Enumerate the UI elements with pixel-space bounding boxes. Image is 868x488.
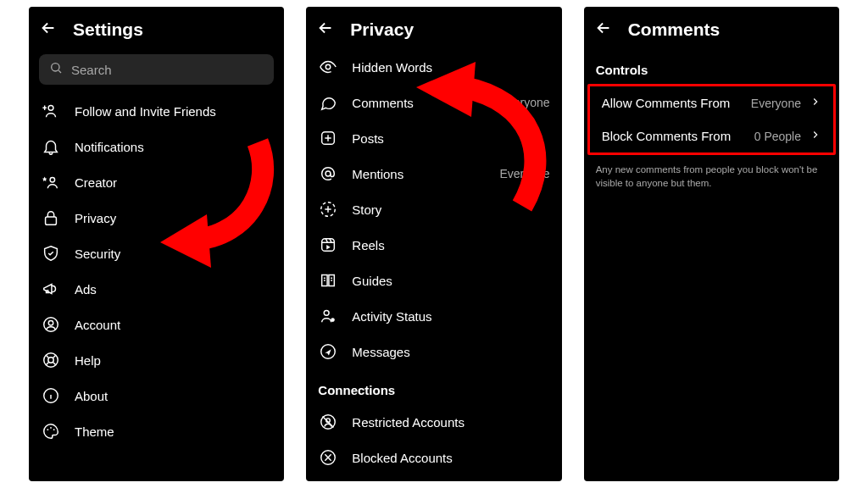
list-item-label: Ads (75, 282, 272, 297)
eye-icon (318, 57, 338, 77)
settings-list: Follow and Invite Friends Notifications … (29, 93, 284, 449)
chevron-right-icon (810, 96, 821, 110)
list-item-about[interactable]: About (29, 378, 284, 413)
list-item-value: Everyone (500, 96, 550, 109)
svg-point-1 (48, 105, 53, 110)
svg-point-5 (48, 320, 53, 325)
list-item-notifications[interactable]: Notifications (29, 129, 284, 164)
list-item-reels[interactable]: Reels (306, 227, 561, 263)
list-item-creator[interactable]: Creator (29, 164, 284, 200)
at-icon (318, 164, 338, 184)
search-icon (49, 61, 63, 78)
svg-point-7 (48, 358, 53, 363)
blocked-icon (318, 447, 338, 468)
row-value: Everyone (751, 97, 801, 110)
header: Comments (584, 7, 839, 49)
list-item-label: Messages (352, 345, 549, 359)
list-item-label: Help (75, 353, 272, 368)
header: Settings (29, 7, 284, 49)
svg-point-17 (325, 310, 330, 315)
list-item-hidden-words[interactable]: Hidden Words (306, 49, 561, 85)
row-label: Block Comments From (602, 129, 746, 143)
section-title-controls: Controls (584, 49, 839, 84)
list-item-label: Security (75, 247, 272, 261)
svg-rect-3 (46, 217, 57, 225)
restricted-icon (318, 412, 338, 432)
row-block-comments[interactable]: Block Comments From 0 People (590, 119, 833, 152)
list-item-comments[interactable]: Comments Everyone (306, 85, 561, 120)
account-icon (41, 314, 61, 335)
star-person-icon (41, 172, 61, 192)
list-item-label: Reels (352, 238, 549, 252)
page-title: Privacy (350, 19, 414, 40)
info-icon (41, 385, 61, 406)
connections-list: Restricted Accounts Blocked Accounts Mut… (306, 404, 561, 481)
plus-icon (318, 128, 338, 148)
list-item-messages[interactable]: Messages (306, 334, 561, 369)
help-icon (41, 350, 61, 370)
story-icon (318, 199, 338, 219)
list-item-story[interactable]: Story (306, 191, 561, 227)
list-item-theme[interactable]: Theme (29, 413, 284, 449)
search-field[interactable] (71, 63, 264, 77)
list-item-posts[interactable]: Posts (306, 120, 561, 156)
bell-icon (41, 136, 61, 157)
list-item-label: Guides (352, 274, 549, 288)
list-item-label: Privacy (75, 211, 272, 225)
list-item-activity-status[interactable]: Activity Status (306, 298, 561, 334)
list-item-label: Activity Status (352, 309, 549, 324)
reels-icon (318, 235, 338, 255)
back-icon[interactable] (39, 19, 58, 41)
list-item-label: Account (75, 318, 272, 332)
settings-screen: Settings Follow and Invite Friends Notif… (29, 7, 284, 481)
list-item-blocked[interactable]: Blocked Accounts (306, 440, 561, 475)
palette-icon (41, 421, 61, 441)
list-item-label: Blocked Accounts (352, 451, 549, 465)
list-item-ads[interactable]: Ads (29, 271, 284, 307)
comment-icon (318, 92, 338, 113)
row-label: Allow Comments From (602, 96, 743, 110)
guides-icon (318, 270, 338, 291)
list-item-restricted[interactable]: Restricted Accounts (306, 404, 561, 440)
privacy-screen: Privacy Hidden Words Comments Everyone P… (306, 7, 561, 481)
privacy-list: Hidden Words Comments Everyone Posts Men… (306, 49, 561, 369)
svg-point-0 (52, 64, 59, 71)
list-item-label: Comments (352, 96, 486, 110)
messages-icon (318, 341, 338, 362)
list-item-help[interactable]: Help (29, 342, 284, 378)
list-item-value: Everyone (500, 167, 550, 180)
svg-point-18 (331, 318, 336, 322)
svg-rect-16 (322, 239, 335, 252)
chevron-right-icon (810, 129, 821, 143)
back-icon[interactable] (594, 19, 613, 41)
svg-point-12 (326, 64, 331, 69)
svg-point-14 (326, 171, 331, 176)
list-item-account[interactable]: Account (29, 307, 284, 342)
list-item-muted[interactable]: Muted Accounts (306, 475, 561, 481)
svg-point-2 (50, 178, 55, 183)
list-item-label: Posts (352, 131, 549, 146)
add-friend-icon (41, 101, 61, 121)
list-item-security[interactable]: Security (29, 236, 284, 271)
comments-screen: Comments Controls Allow Comments From Ev… (584, 7, 839, 481)
list-item-guides[interactable]: Guides (306, 263, 561, 298)
list-item-label: Creator (75, 175, 272, 190)
row-allow-comments[interactable]: Allow Comments From Everyone (590, 86, 833, 119)
list-item-label: Hidden Words (352, 60, 549, 75)
activity-icon (318, 306, 338, 326)
page-title: Settings (73, 19, 143, 40)
list-item-privacy[interactable]: Privacy (29, 200, 284, 236)
header: Privacy (306, 7, 561, 49)
search-input[interactable] (39, 54, 274, 85)
list-item-label: Notifications (75, 140, 272, 154)
list-item-mentions[interactable]: Mentions Everyone (306, 156, 561, 191)
list-item-label: Mentions (352, 167, 486, 181)
lock-icon (41, 208, 61, 228)
svg-point-6 (44, 353, 58, 368)
list-item-follow-invite[interactable]: Follow and Invite Friends (29, 93, 284, 129)
list-item-label: About (75, 389, 272, 403)
back-icon[interactable] (316, 19, 335, 41)
shield-icon (41, 243, 61, 263)
megaphone-icon (41, 279, 61, 299)
list-item-label: Story (352, 202, 549, 217)
